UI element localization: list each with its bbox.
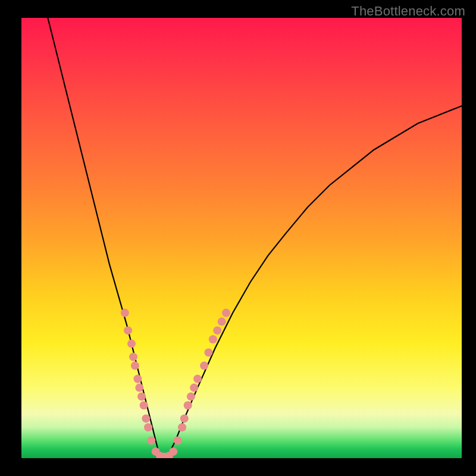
chart-svg — [21, 18, 462, 458]
scatter-dot — [193, 375, 202, 383]
scatter-dot — [129, 353, 137, 361]
scatter-dot — [187, 392, 195, 400]
scatter-dot — [144, 423, 152, 431]
scatter-dot — [184, 401, 192, 409]
scatter-dot — [124, 326, 132, 334]
scatter-dot — [133, 375, 142, 383]
scatter-dot — [213, 326, 221, 334]
scatter-dot — [147, 436, 155, 444]
bottleneck-curve — [48, 18, 462, 458]
scatter-dot — [209, 335, 217, 343]
scatter-dot — [140, 401, 148, 409]
scatter-dot — [200, 362, 208, 370]
scatter-dot — [180, 414, 189, 422]
scatter-dot — [205, 348, 213, 356]
scatter-dots — [121, 309, 230, 458]
scatter-dot — [137, 392, 146, 400]
scatter-dot — [174, 436, 182, 444]
scatter-dot — [131, 362, 139, 370]
scatter-dot — [218, 318, 226, 326]
watermark-text: TheBottleneck.com — [351, 4, 465, 19]
scatter-dot — [178, 423, 186, 431]
scatter-dot — [121, 309, 129, 317]
plot-area — [21, 18, 462, 458]
scatter-dot — [190, 384, 198, 392]
scatter-dot — [222, 309, 230, 317]
scatter-dot — [142, 414, 150, 422]
scatter-dot — [135, 384, 143, 392]
scatter-dot — [127, 340, 136, 348]
scatter-dot — [169, 447, 177, 456]
outer-frame: TheBottleneck.com — [0, 0, 476, 476]
